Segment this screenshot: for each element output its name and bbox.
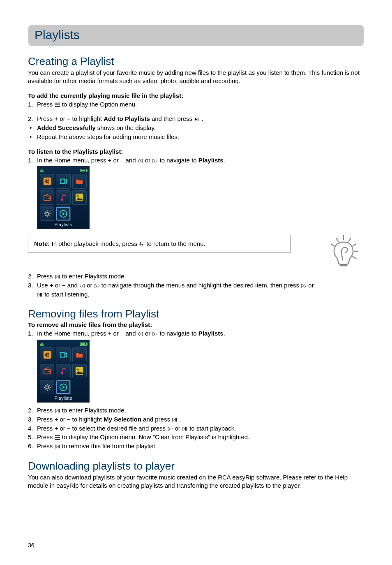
remove-6: 6. Press to remove this file from the pl…	[28, 442, 364, 451]
play-pause-icon	[182, 426, 188, 431]
device-screenshot: Playlists	[37, 166, 90, 229]
listen-1: 1. In the Home menu, press + or – and or…	[28, 156, 364, 165]
prev-icon	[138, 158, 143, 163]
device-video-icon	[56, 174, 70, 188]
remove-step1: 1. In the Home menu, press + or – and or…	[28, 329, 364, 338]
device-home-icon	[40, 169, 44, 173]
add-bullets: Added Successfully shows on the display.…	[28, 123, 364, 141]
back-icon	[139, 242, 145, 247]
sub-add-current: To add the currently playing music file …	[28, 92, 364, 99]
next-icon	[152, 331, 158, 336]
play-pause-icon	[37, 292, 43, 297]
play-pause-icon	[172, 417, 178, 422]
sub-listen: To listen to the Playlists playlist:	[28, 148, 364, 155]
device-label-2: Playlists	[40, 394, 87, 401]
device-screenshot-2: Playlists	[37, 340, 90, 403]
listen-step1: 1. In the Home menu, press + or – and or…	[28, 156, 364, 165]
remove-2: 2. Press to enter Playlists mode.	[28, 406, 364, 415]
device-video-icon	[56, 347, 70, 362]
next-icon	[167, 426, 173, 431]
add-steps: 1. Press to display the Option menu.	[28, 100, 364, 109]
menu-icon	[55, 102, 60, 107]
prev-icon	[79, 283, 85, 288]
device-home-icon	[40, 342, 44, 346]
device-label: Playlists	[40, 221, 87, 228]
device-battery-icon	[80, 169, 87, 172]
device-audible-icon	[40, 347, 54, 362]
device-music-icon	[56, 190, 70, 205]
step-2: 2. Press + or – to highlight Add to Play…	[28, 114, 364, 123]
heading-creating: Creating a Playlist	[28, 55, 364, 68]
device-audible-icon	[40, 174, 54, 188]
listen-steps-23: 2. Press to enter Playlists mode. 3. Use…	[28, 272, 364, 299]
device-photo-icon	[72, 364, 87, 378]
add-steps-2: 2. Press + or – to highlight Add to Play…	[28, 114, 364, 123]
play-pause-icon	[55, 274, 60, 279]
device-music-icon	[56, 364, 70, 378]
note-label: Note:	[34, 240, 50, 247]
device-files-icon	[72, 174, 87, 188]
tip-bulb-icon	[327, 235, 360, 268]
next-icon	[94, 283, 100, 288]
play-pause-icon	[55, 444, 60, 449]
heading-downloading: Downloading playlists to player	[28, 460, 364, 472]
listen-2: 2. Press to enter Playlists mode.	[28, 272, 364, 281]
device-radio-icon	[40, 364, 54, 378]
device-radio-icon	[40, 190, 54, 205]
note-box: Note: In other playback modes, press to …	[28, 235, 291, 252]
remove-1: 1. In the Home menu, press + or – and or…	[28, 329, 364, 338]
heading-removing: Removing files from Playlist	[28, 308, 364, 320]
page-title-bar: Playlists	[28, 25, 364, 46]
sub-remove: To remove all music files from the playl…	[28, 321, 364, 328]
remove-4: 4. Press + or – to select the desired fi…	[28, 424, 364, 433]
play-pause-icon	[55, 408, 60, 413]
step-1: 1. Press to display the Option menu.	[28, 100, 364, 109]
bullet-added: Added Successfully shows on the display.	[28, 123, 364, 132]
remove-5: 5. Press to display the Option menu. Now…	[28, 433, 364, 442]
device-playlists-icon	[56, 380, 70, 394]
downloading-body: You can also download playlists of your …	[28, 473, 364, 490]
device-battery-icon	[80, 343, 87, 346]
play-pause-icon	[194, 117, 200, 122]
creating-intro: You can create a playlist of your favori…	[28, 69, 364, 86]
device-settings-icon	[40, 380, 54, 394]
remove-3: 3. Press + or – to highlight My Selectio…	[28, 415, 364, 424]
next-icon	[301, 283, 307, 288]
device-settings-icon	[40, 206, 54, 221]
page-title: Playlists	[35, 28, 357, 42]
bullet-repeat: Repeat the above steps for adding more m…	[28, 132, 364, 141]
page-number: 36	[28, 542, 35, 549]
next-icon	[152, 158, 158, 163]
menu-icon	[55, 435, 60, 440]
device-files-icon	[72, 347, 87, 362]
listen-3: 3. Use + or – and or to navigate through…	[28, 281, 364, 299]
device-photo-icon	[72, 190, 87, 205]
device-playlists-icon	[56, 206, 70, 221]
remove-steps: 2. Press to enter Playlists mode. 3. Pre…	[28, 406, 364, 451]
prev-icon	[138, 331, 143, 336]
